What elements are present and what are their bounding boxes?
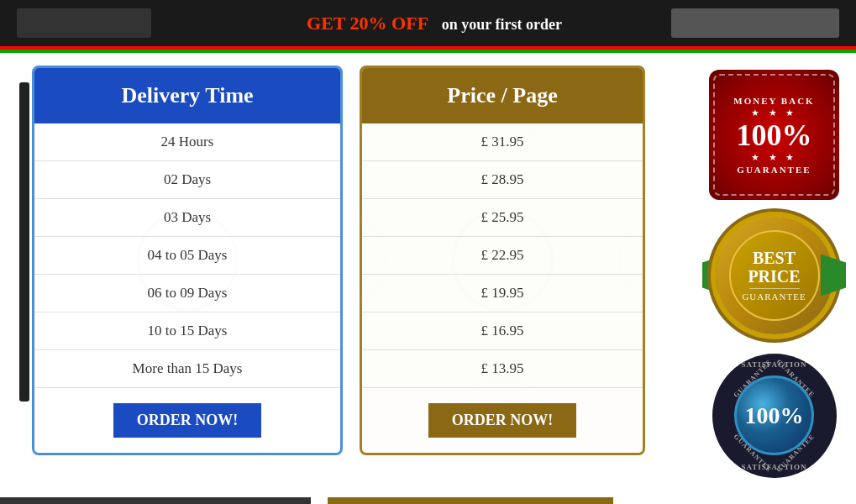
- delivery-row-5: 06 to 09 Days: [34, 275, 340, 312]
- price-row-4: £ 22.95: [362, 237, 643, 275]
- price-row-1: £ 31.95: [362, 123, 643, 161]
- banner-right-logo: [671, 8, 839, 38]
- bp-guarantee: GUARANTEE: [742, 291, 806, 302]
- delivery-row-3: 03 Days: [34, 199, 340, 237]
- price-order-button[interactable]: ORDER NOW!: [428, 403, 577, 438]
- delivery-order-button[interactable]: ORDER NOW!: [113, 403, 262, 438]
- mb-top-text: MONEY BACK: [733, 96, 814, 106]
- banner-logo: [17, 8, 151, 38]
- delivery-row-1: 24 Hours: [34, 123, 340, 161]
- delivery-row-6: 10 to 15 Days: [34, 312, 340, 350]
- delivery-row-2: 02 Days: [34, 161, 340, 199]
- satisfaction-badge: SATISFACTION SATISFACTION GUARANTEE GUAR…: [709, 350, 839, 480]
- badges-column: MONEY BACK ★ ★ ★ 100% ★ ★ ★ GUARANTEE BE…: [709, 66, 839, 480]
- best-price-badge: BEST PRICE GUARANTEE: [709, 210, 839, 340]
- main-content: Delivery Time 24 Hours 02 Days 03 Days 0…: [0, 53, 856, 493]
- price-row-2: £ 28.95: [362, 161, 643, 199]
- offer-get: GET: [307, 13, 345, 34]
- delivery-order-section: ORDER NOW!: [34, 388, 340, 453]
- price-header: Price / Page: [362, 68, 643, 123]
- sat-outer: SATISFACTION SATISFACTION GUARANTEE GUAR…: [712, 354, 837, 478]
- price-row-5: £ 19.95: [362, 275, 643, 312]
- left-decoration: [17, 66, 32, 402]
- sat-inner: 100%: [734, 375, 814, 455]
- delivery-row-4: 04 to 05 Days: [34, 237, 340, 275]
- badge-outer-ring: BEST PRICE GUARANTEE: [716, 217, 833, 334]
- mb-stars: ★ ★ ★: [751, 108, 798, 118]
- price-table: Price / Page £ 31.95 £ 28.95 £ 25.95 £ 2…: [360, 66, 645, 455]
- price-row-6: £ 16.95: [362, 312, 643, 350]
- offer-highlight: 20% OFF: [350, 13, 428, 34]
- bp-best: BEST: [753, 249, 796, 267]
- tables-container: Delivery Time 24 Hours 02 Days 03 Days 0…: [32, 66, 688, 455]
- badge-inner-circle: BEST PRICE GUARANTEE: [729, 230, 820, 321]
- mb-bottom-text: GUARANTEE: [737, 165, 811, 175]
- price-row-7: £ 13.95: [362, 350, 643, 388]
- delivery-row-7: More than 15 Days: [34, 350, 340, 388]
- mb-percent: 100%: [737, 120, 812, 150]
- top-banner: GET 20% OFF on your first order: [0, 0, 856, 46]
- bottom-bar-gold: [328, 497, 613, 504]
- bp-price: PRICE: [748, 267, 800, 286]
- sat-percent: 100%: [745, 404, 804, 428]
- price-order-section: ORDER NOW!: [362, 388, 643, 453]
- sat-label-top: SATISFACTION: [741, 360, 806, 369]
- price-row-3: £ 25.95: [362, 199, 643, 237]
- banner-text: GET 20% OFF on your first order: [151, 13, 671, 34]
- delivery-table: Delivery Time 24 Hours 02 Days 03 Days 0…: [32, 66, 343, 455]
- offer-suffix: on your first order: [442, 16, 562, 33]
- bp-divider: [749, 288, 800, 289]
- bottom-bars: [0, 497, 856, 504]
- sat-label-bottom: SATISFACTION: [741, 463, 806, 471]
- bottom-bar-dark: [0, 497, 311, 504]
- offer-text: GET 20% OFF: [307, 13, 433, 34]
- ribbon-right: [821, 255, 846, 297]
- mb-stars-2: ★ ★ ★: [751, 152, 798, 163]
- money-back-badge: MONEY BACK ★ ★ ★ 100% ★ ★ ★ GUARANTEE: [709, 70, 839, 200]
- delivery-header: Delivery Time: [34, 68, 340, 123]
- left-bar: [19, 82, 29, 402]
